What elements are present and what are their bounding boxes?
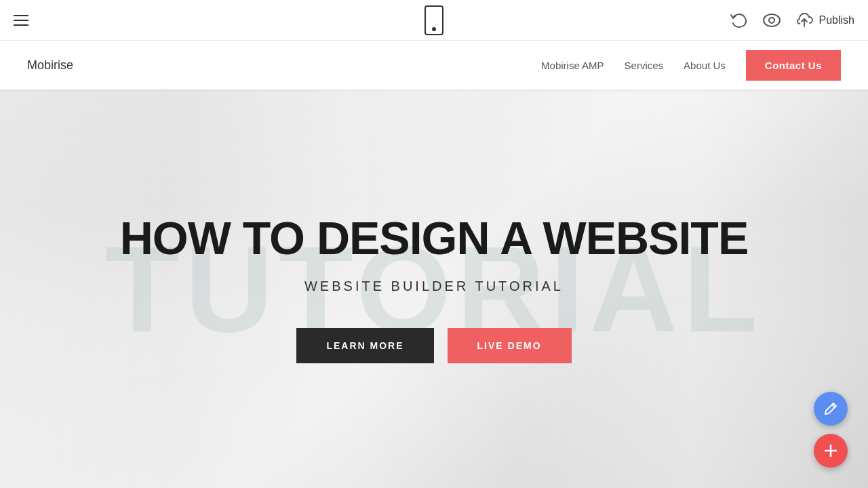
nav-link-about-us[interactable]: About Us: [684, 60, 726, 71]
pencil-icon: [823, 401, 838, 416]
svg-point-1: [769, 18, 774, 23]
plus-icon: [823, 443, 838, 458]
toolbar: Publish: [0, 0, 868, 41]
nav-contact-button[interactable]: Contact Us: [746, 50, 841, 81]
live-demo-button[interactable]: LIVE DEMO: [448, 328, 572, 363]
fab-add-button[interactable]: [814, 434, 848, 468]
website-preview: Mobirise Mobirise AMP Services About Us …: [0, 41, 868, 488]
mobile-preview-icon[interactable]: [425, 5, 443, 35]
hero-title: HOW TO DESIGN A WEBSITE: [120, 214, 749, 262]
hero-buttons: LEARN MORE LIVE DEMO: [120, 328, 749, 363]
nav-link-mobirise-amp[interactable]: Mobirise AMP: [541, 60, 604, 71]
hamburger-icon[interactable]: [14, 15, 28, 26]
hero-subtitle: WEBSITE BUILDER TUTORIAL: [120, 279, 749, 294]
learn-more-button[interactable]: LEARN MORE: [296, 328, 433, 363]
toolbar-center: [425, 5, 443, 35]
cloud-upload-icon: [795, 12, 814, 28]
svg-point-0: [764, 14, 780, 26]
toolbar-right: Publish: [730, 11, 854, 30]
toolbar-left: [14, 15, 28, 26]
hero-section: TUTORIAL HOW TO DESIGN A WEBSITE WEBSITE…: [0, 89, 868, 488]
publish-button[interactable]: Publish: [795, 12, 854, 28]
nav-links: Mobirise AMP Services About Us Contact U…: [541, 50, 841, 81]
nav-bar: Mobirise Mobirise AMP Services About Us …: [0, 41, 868, 89]
fab-edit-button[interactable]: [814, 392, 848, 426]
nav-link-services[interactable]: Services: [625, 60, 664, 71]
publish-label: Publish: [819, 14, 854, 26]
eye-icon[interactable]: [762, 11, 781, 30]
fab-container: [814, 392, 848, 468]
nav-brand: Mobirise: [27, 58, 73, 73]
undo-icon[interactable]: [730, 11, 749, 30]
hero-content: HOW TO DESIGN A WEBSITE WEBSITE BUILDER …: [93, 187, 776, 390]
